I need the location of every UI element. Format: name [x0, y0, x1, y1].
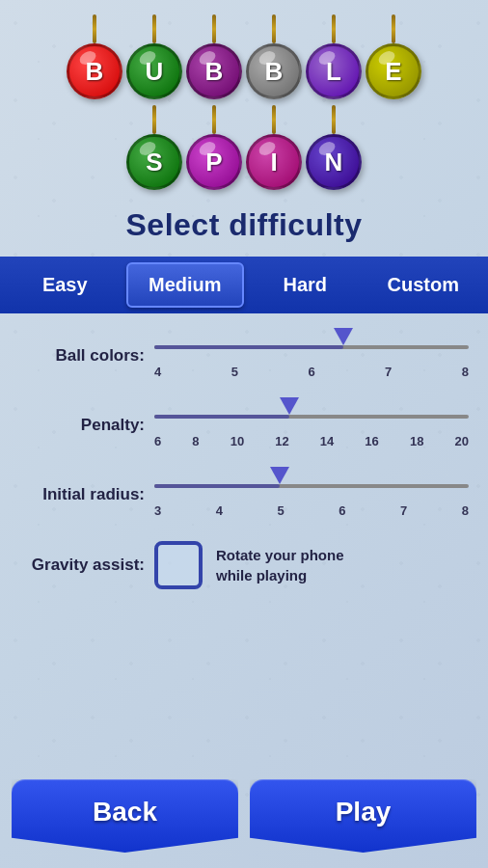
ball-b3: B	[246, 43, 302, 99]
page-title: Select difficulty	[126, 207, 363, 243]
ball-colors-label: Ball colors:	[19, 346, 145, 366]
tab-custom[interactable]: Custom	[366, 264, 481, 306]
gravity-assist-checkbox[interactable]	[154, 541, 203, 589]
penalty-filled	[154, 415, 289, 419]
rope	[272, 105, 276, 134]
bottom-buttons: Back Play	[0, 772, 488, 868]
tick-5: 5	[278, 503, 285, 518]
initial-radius-track-area[interactable]	[154, 472, 469, 501]
tick-7: 7	[400, 503, 407, 518]
tick-10: 10	[230, 434, 244, 448]
main-content: B U B B L	[0, 0, 488, 868]
ball-u: U	[126, 43, 182, 99]
tick-12: 12	[275, 434, 288, 448]
initial-radius-ticks: 3 4 5 6 7 8	[154, 503, 469, 518]
initial-radius-slider[interactable]: 3 4 5 6 7 8	[154, 472, 469, 518]
tick-8: 8	[462, 365, 469, 379]
logo-ball-P: P	[186, 105, 242, 190]
logo-ball-U: U	[126, 14, 182, 99]
rope	[212, 105, 216, 134]
initial-radius-thumb	[270, 467, 289, 484]
ball-colors-slider[interactable]: 4 5 6 7 8	[154, 333, 469, 379]
tick-8: 8	[462, 503, 469, 518]
rope	[152, 14, 156, 43]
penalty-ticks: 6 8 10 12 14 16 18 20	[154, 434, 469, 448]
tick-4: 4	[216, 503, 223, 518]
ball-b1: B	[67, 43, 122, 99]
penalty-row: Penalty: 6 8 10 12 14 16 18 20	[19, 402, 469, 448]
tick-4: 4	[154, 365, 161, 379]
ball-l: L	[306, 43, 362, 99]
ball-i: I	[246, 134, 302, 190]
settings-panel: Ball colors: 4 5 6 7 8 Penalty	[0, 313, 488, 772]
tick-6: 6	[154, 434, 161, 448]
logo-ball-B1: B	[67, 14, 122, 99]
logo-area: B U B B L	[0, 0, 488, 190]
difficulty-tabs: Easy Medium Hard Custom	[0, 257, 488, 313]
tick-6: 6	[308, 365, 314, 379]
rope	[392, 14, 395, 43]
rope	[332, 105, 336, 134]
tick-3: 3	[154, 503, 161, 518]
initial-radius-track	[154, 484, 469, 488]
tick-14: 14	[320, 434, 334, 448]
penalty-track-area[interactable]	[154, 402, 469, 431]
logo-ball-I: I	[246, 105, 302, 190]
penalty-track	[154, 415, 469, 419]
gravity-assist-description: Rotate your phonewhile playing	[216, 545, 344, 585]
rope	[152, 105, 156, 134]
ball-colors-filled	[154, 345, 343, 349]
ball-s: S	[126, 134, 182, 190]
rope	[272, 14, 276, 43]
tick-16: 16	[365, 434, 378, 448]
logo-ball-B3: B	[246, 14, 302, 99]
ball-colors-thumb	[334, 328, 353, 345]
gravity-assist-label: Gravity assist:	[19, 556, 145, 575]
tick-20: 20	[454, 434, 468, 448]
tick-5: 5	[231, 365, 238, 379]
ball-colors-track-area[interactable]	[154, 333, 469, 362]
play-button[interactable]: Play	[250, 779, 476, 853]
rope	[332, 14, 336, 43]
ball-colors-ticks: 4 5 6 7 8	[154, 365, 469, 379]
rope	[212, 14, 216, 43]
initial-radius-label: Initial radius:	[19, 485, 145, 504]
penalty-label: Penalty:	[19, 416, 145, 435]
logo-ball-E: E	[366, 14, 421, 99]
back-button[interactable]: Back	[12, 779, 238, 853]
initial-radius-row: Initial radius: 3 4 5 6 7 8	[19, 472, 469, 518]
tick-7: 7	[385, 365, 392, 379]
logo-ball-L: L	[306, 14, 362, 99]
tab-hard[interactable]: Hard	[248, 264, 363, 306]
logo-row2: S P I N	[126, 105, 362, 190]
tick-18: 18	[410, 434, 423, 448]
ball-p: P	[186, 134, 242, 190]
tab-easy[interactable]: Easy	[8, 264, 122, 306]
ball-b2: B	[186, 43, 242, 99]
initial-radius-filled	[154, 484, 280, 488]
rope	[93, 14, 96, 43]
penalty-thumb	[280, 397, 299, 415]
penalty-slider[interactable]: 6 8 10 12 14 16 18 20	[154, 402, 469, 448]
logo-ball-S: S	[126, 105, 182, 190]
tick-8: 8	[192, 434, 199, 448]
tick-6: 6	[339, 503, 345, 518]
gravity-assist-row: Gravity assist: Rotate your phonewhile p…	[19, 541, 469, 589]
tab-medium[interactable]: Medium	[126, 262, 245, 308]
ball-e: E	[366, 43, 421, 99]
ball-colors-track	[154, 345, 469, 349]
ball-colors-row: Ball colors: 4 5 6 7 8	[19, 333, 469, 379]
ball-n: N	[306, 134, 362, 190]
logo-ball-N: N	[306, 105, 362, 190]
logo-row1: B U B B L	[67, 14, 421, 99]
logo-ball-B2: B	[186, 14, 242, 99]
